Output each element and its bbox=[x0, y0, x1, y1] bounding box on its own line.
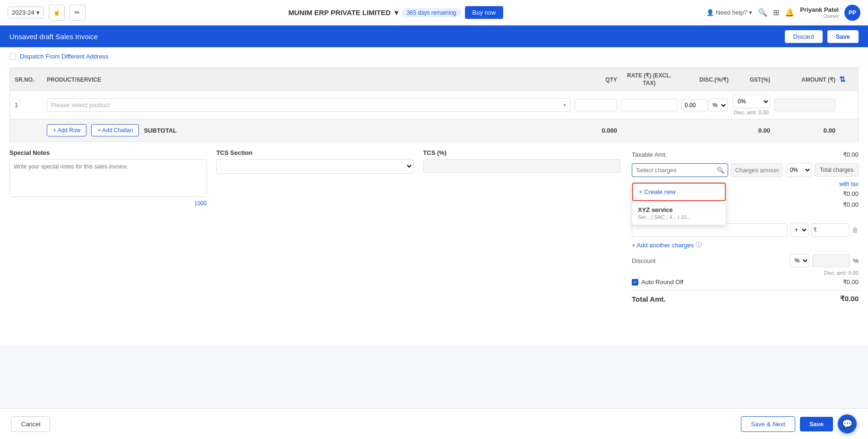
taxable-amt-row: Taxable Amt. ₹0.00 bbox=[632, 149, 859, 160]
discard-button[interactable]: Discard bbox=[785, 30, 823, 43]
user-circle-icon: 👤 bbox=[706, 9, 714, 16]
dispatch-label: Dispatch From Different Address bbox=[20, 53, 109, 60]
create-new-option[interactable]: + Create new bbox=[632, 183, 726, 201]
bell-icon[interactable]: 🔔 bbox=[785, 8, 794, 17]
left-panel: Special Notes 1000 TCS Section TCS (%) 0… bbox=[9, 142, 620, 307]
header-save-button[interactable]: Save bbox=[827, 30, 859, 43]
add-another-charges[interactable]: + Add another charges ⓘ bbox=[632, 239, 859, 251]
header-actions: Discard Save bbox=[785, 30, 859, 43]
gst-select[interactable]: 0% 5% 12% 18% 28% bbox=[732, 95, 770, 108]
taxable-amt-label: Taxable Amt. bbox=[632, 151, 667, 158]
total-charges-button[interactable]: Total charges bbox=[815, 163, 859, 177]
xyz-service-option[interactable]: XYZ service Ser... | SAC : 4... | 10... bbox=[632, 201, 726, 225]
chevron-down-icon: ▾ bbox=[36, 9, 40, 16]
subtotal-qty: 0.000 bbox=[575, 127, 617, 134]
auto-round-checkbox[interactable]: ✓ bbox=[632, 279, 638, 286]
tcs-percent-section: TCS (%) 0.00 bbox=[423, 149, 620, 207]
add-challan-button[interactable]: + Add Challan bbox=[91, 124, 139, 136]
subtotal-row: + Add Row + Add Challan SUBTOTAL 0.000 0… bbox=[9, 119, 859, 142]
col-filter[interactable]: ⇅ bbox=[839, 75, 853, 84]
discount-type-select[interactable]: % ₹ bbox=[790, 254, 809, 267]
chevron-down-icon: ▾ bbox=[563, 101, 567, 109]
tcs-percent-input: 0.00 bbox=[423, 159, 620, 173]
charges-input[interactable] bbox=[632, 163, 728, 177]
buy-now-button[interactable]: Buy now bbox=[465, 6, 504, 19]
edit-icon-btn[interactable]: ✏ bbox=[69, 5, 86, 21]
amount-field bbox=[774, 99, 835, 111]
charges-dropdown: + Create new XYZ service Ser... | SAC : … bbox=[632, 182, 726, 225]
user-info: Priyank Patel Owner bbox=[800, 6, 839, 19]
disc-amt-note: Disc. amt: 0.00 bbox=[732, 110, 770, 115]
charges-input-wrap: 🔍 + Create new XYZ service Ser... | SAC … bbox=[632, 163, 728, 177]
disc-type-select[interactable]: % ₹ bbox=[708, 99, 728, 112]
col-gst: GST(%) bbox=[732, 76, 770, 83]
rupee-amount-input[interactable]: 0.00 bbox=[811, 223, 849, 237]
discount-label: Discount bbox=[632, 257, 656, 264]
col-qty: QTY bbox=[575, 76, 617, 83]
special-notes-label: Special Notes bbox=[9, 149, 207, 156]
col-rate: RATE (₹) (EXCL. TAX) bbox=[621, 72, 678, 87]
fingerprint-icon-btn[interactable]: ☝ bbox=[49, 5, 65, 21]
table-row: 1 Please select product ▾ % ₹ 0% 5% 12% bbox=[9, 91, 859, 119]
disc-input[interactable] bbox=[681, 99, 707, 111]
disc-group: % ₹ bbox=[681, 99, 729, 112]
charges-percent-select[interactable]: 0% 5% 12% 18% bbox=[786, 163, 812, 177]
table-header: SR.NO. PRODUCT/SERVICE QTY RATE (₹) (EXC… bbox=[9, 68, 859, 91]
delete-icon[interactable]: 🗑 bbox=[852, 226, 859, 234]
tcs-section-section: TCS Section bbox=[216, 149, 414, 207]
year-selector[interactable]: 2023-24 ▾ bbox=[8, 7, 44, 18]
gst-cell: 0% 5% 12% 18% 28% Disc. amt: 0.00 bbox=[732, 95, 770, 115]
company-name: MUNIM ERP PRIVATE LIMITED ▾ 365 days rem… bbox=[90, 6, 702, 19]
header-bar: Unsaved draft Sales Invoice Discard Save bbox=[0, 25, 868, 47]
items-table: SR.NO. PRODUCT/SERVICE QTY RATE (₹) (EXC… bbox=[9, 68, 859, 142]
special-notes-section: Special Notes 1000 bbox=[9, 149, 207, 207]
subtotal-disc: 0.00 bbox=[732, 127, 770, 134]
rupee-wrap: ₹ 0.00 bbox=[811, 223, 849, 237]
auto-round-value: ₹0.00 bbox=[843, 279, 859, 286]
main-content: Dispatch From Different Address SR.NO. P… bbox=[0, 47, 868, 345]
avatar[interactable]: PP bbox=[844, 5, 860, 21]
with-tax-link[interactable]: with tax bbox=[839, 181, 859, 187]
top-navigation: 2023-24 ▾ ☝ ✏ MUNIM ERP PRIVATE LIMITED … bbox=[0, 0, 868, 25]
fingerprint-icon: ☝ bbox=[53, 9, 60, 16]
dispatch-checkbox[interactable] bbox=[9, 53, 16, 60]
total-amt-label: Total Amt. bbox=[632, 295, 666, 303]
discount-input[interactable] bbox=[812, 254, 850, 267]
need-help-button[interactable]: 👤 Need help? ▾ bbox=[706, 9, 753, 16]
sub-total-row: + - ₹ 0.00 🗑 bbox=[632, 223, 859, 237]
year-label: 2023-24 bbox=[12, 9, 34, 16]
search-icon[interactable]: 🔍 bbox=[758, 8, 767, 17]
col-srno: SR.NO. bbox=[15, 76, 43, 83]
charges-amount-input[interactable] bbox=[731, 163, 783, 177]
chevron-down-icon: ▾ bbox=[395, 8, 398, 17]
rate-input[interactable] bbox=[621, 99, 678, 111]
charges-row: 🔍 + Create new XYZ service Ser... | SAC … bbox=[632, 160, 859, 180]
rupee-symbol: ₹ bbox=[813, 227, 817, 233]
taxable-amt-value: ₹0.00 bbox=[843, 151, 859, 158]
col-product: PRODUCT/SERVICE bbox=[47, 76, 571, 83]
tcs-percent-label: TCS (%) bbox=[423, 149, 620, 156]
main-grid: Special Notes 1000 TCS Section TCS (%) 0… bbox=[9, 142, 859, 307]
special-notes-textarea[interactable] bbox=[9, 159, 207, 197]
dispatch-section: Dispatch From Different Address bbox=[9, 47, 859, 64]
row-number: 1 bbox=[15, 101, 43, 109]
tcs-section-select[interactable] bbox=[216, 159, 414, 174]
search-icon: 🔍 bbox=[717, 167, 724, 174]
product-select[interactable]: Please select product ▾ bbox=[47, 98, 571, 112]
plus-minus-select[interactable]: + - bbox=[791, 223, 808, 237]
auto-round-label: Auto Round Off bbox=[641, 279, 683, 286]
char-count: 1000 bbox=[9, 200, 207, 207]
disc-amt-note-right: Disc. amt: 0.00 bbox=[632, 270, 859, 276]
item-sub: Ser... | SAC : 4... | 10... bbox=[638, 214, 720, 220]
grid-icon[interactable]: ⊞ bbox=[773, 8, 779, 17]
qty-input[interactable] bbox=[575, 99, 617, 111]
nav-right: 👤 Need help? ▾ 🔍 ⊞ 🔔 Priyank Patel Owner… bbox=[706, 5, 860, 21]
col-disc: DISC.(%/₹) bbox=[681, 76, 729, 83]
total-amt-row: Total Amt. ₹0.00 bbox=[632, 290, 859, 307]
add-row-button[interactable]: + Add Row bbox=[47, 124, 86, 136]
tcs-section-label: TCS Section bbox=[216, 149, 414, 156]
chevron-down-icon: ▾ bbox=[749, 9, 752, 16]
auto-round-row: ✓ Auto Round Off ₹0.00 bbox=[632, 276, 859, 288]
sub-total-input[interactable] bbox=[632, 223, 788, 237]
col-amount: AMOUNT (₹) bbox=[774, 76, 835, 83]
